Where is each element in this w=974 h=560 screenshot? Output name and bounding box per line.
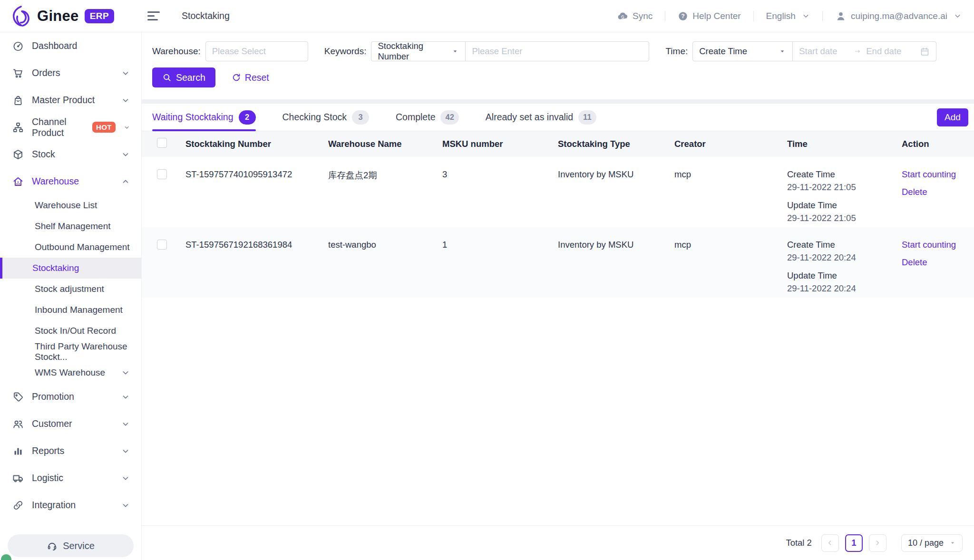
- sidebar-item-channel-product[interactable]: Channel Product HOT: [0, 114, 141, 141]
- sidebar-item-stock-in-out-record[interactable]: Stock In/Out Record: [0, 320, 141, 341]
- delete-link[interactable]: Delete: [902, 187, 927, 197]
- divider: [753, 11, 754, 21]
- users-icon: [12, 418, 24, 430]
- end-date-input[interactable]: [866, 46, 909, 57]
- delete-link[interactable]: Delete: [902, 257, 927, 268]
- cell-creator: mcp: [674, 169, 787, 180]
- cell-stocktaking-type: Inventory by MSKU: [558, 169, 674, 180]
- caret-down-icon: [949, 540, 956, 546]
- sidebar-item-promotion[interactable]: Promotion: [0, 383, 141, 410]
- sidebar-item-outbound-management[interactable]: Outbound Management: [0, 237, 141, 258]
- user-menu[interactable]: cuiping.ma@advance.ai: [835, 10, 962, 22]
- sidebar-item-logistic[interactable]: Logistic: [0, 464, 141, 492]
- chevron-down-icon: [121, 368, 130, 377]
- page-1-button[interactable]: 1: [845, 534, 863, 552]
- tab-waiting-stocktaking[interactable]: Waiting Stocktaking 2: [152, 104, 256, 131]
- range-arrow-icon: [853, 48, 862, 55]
- select-all-checkbox[interactable]: [157, 138, 167, 148]
- table-header: Stocktaking Number Warehouse Name MSKU n…: [142, 131, 974, 157]
- sidebar-item-label: Master Product: [32, 95, 95, 106]
- erp-badge: ERP: [85, 9, 115, 23]
- sidebar-item-customer[interactable]: Customer: [0, 410, 141, 437]
- tab-complete[interactable]: Complete 42: [396, 104, 459, 131]
- pagination-total: Total 2: [786, 538, 812, 548]
- sidebar-item-dashboard[interactable]: Dashboard: [0, 32, 141, 59]
- section-divider: [142, 99, 974, 104]
- cell-stocktaking-number: ST-1597577401095913472: [185, 169, 328, 180]
- next-page-button[interactable]: [869, 534, 886, 552]
- start-date-input[interactable]: [799, 46, 849, 57]
- submenu-label: WMS Warehouse: [35, 367, 105, 378]
- col-warehouse-name: Warehouse Name: [328, 139, 442, 149]
- tab-checking-stock[interactable]: Checking Stock 3: [282, 104, 369, 131]
- sidebar-item-shelf-management[interactable]: Shelf Management: [0, 216, 141, 237]
- headset-icon: [47, 541, 58, 551]
- language-selector[interactable]: English: [766, 11, 810, 21]
- warehouse-filter-label: Warehouse:: [152, 46, 201, 57]
- chevron-right-icon: [874, 539, 881, 547]
- start-counting-link[interactable]: Start counting: [902, 240, 956, 250]
- search-button[interactable]: Search: [152, 68, 215, 87]
- time-type-select[interactable]: Create Time: [693, 42, 792, 61]
- create-time-label: Create Time: [787, 240, 902, 250]
- submenu-label: Outbound Management: [35, 242, 130, 252]
- sidebar-item-third-party-warehouse-stocktaking[interactable]: Third Party Warehouse Stockt...: [0, 341, 141, 362]
- submenu-label: Warehouse List: [35, 200, 97, 211]
- add-button[interactable]: Add: [937, 108, 968, 126]
- cell-stocktaking-number: ST-1597567192168361984: [185, 240, 328, 250]
- divider: [665, 11, 665, 21]
- sidebar-collapse-icon[interactable]: [147, 11, 160, 20]
- sidebar-item-inbound-management[interactable]: Inbound Management: [0, 299, 141, 320]
- time-compound-input: Create Time: [692, 41, 936, 61]
- table-row: ST-1597577401095913472 库存盘点2期 3 Inventor…: [142, 157, 974, 227]
- tab-already-set-as-invalid[interactable]: Already set as invalid 11: [486, 104, 596, 131]
- submenu-label: Inbound Management: [35, 305, 123, 315]
- chevron-down-icon: [121, 69, 130, 77]
- sidebar-item-label: Channel Product: [32, 116, 83, 138]
- sidebar-item-orders[interactable]: Orders: [0, 59, 141, 87]
- topbar-actions: Sync Help Center English cuiping.ma@adva…: [617, 10, 974, 22]
- page-size-select[interactable]: 10 / page: [901, 534, 963, 552]
- chevron-down-icon: [121, 447, 130, 455]
- keywords-input[interactable]: [472, 46, 587, 57]
- chevron-down-icon: [121, 96, 130, 105]
- warehouse-select-input[interactable]: [212, 46, 302, 57]
- row-checkbox[interactable]: [157, 169, 167, 179]
- sidebar-item-stock-adjustment[interactable]: Stock adjustment: [0, 279, 141, 299]
- cell-time: Create Time 29-11-2022 21:05 Update Time…: [787, 169, 902, 223]
- date-range-picker[interactable]: [792, 42, 936, 61]
- cart-icon: [12, 68, 24, 79]
- cell-action: Start counting Delete: [902, 240, 974, 268]
- update-time-label: Update Time: [787, 200, 902, 211]
- sidebar-item-stocktaking[interactable]: Stocktaking: [0, 258, 141, 279]
- col-time: Time: [787, 139, 902, 149]
- brand: Ginee ERP: [0, 5, 142, 27]
- col-msku-number: MSKU number: [442, 139, 558, 149]
- prev-page-button[interactable]: [821, 534, 839, 552]
- start-counting-link[interactable]: Start counting: [902, 169, 956, 180]
- sidebar-item-warehouse-list[interactable]: Warehouse List: [0, 195, 141, 216]
- app-window: Ginee ERP Stocktaking Sync Help Center E…: [0, 0, 974, 560]
- link-icon: [12, 500, 24, 511]
- create-time-value: 29-11-2022 20:24: [787, 252, 902, 263]
- keywords-type-value: Stocktaking Number: [378, 41, 447, 62]
- reset-button[interactable]: Reset: [232, 72, 269, 83]
- sidebar-item-stock[interactable]: Stock: [0, 141, 141, 168]
- sidebar-item-warehouse[interactable]: Warehouse: [0, 168, 141, 195]
- sidebar-item-wms-warehouse[interactable]: WMS Warehouse: [0, 362, 141, 383]
- keywords-type-select[interactable]: Stocktaking Number: [371, 42, 465, 61]
- calendar-icon: [920, 47, 930, 57]
- service-button[interactable]: Service: [8, 534, 134, 557]
- help-center-button[interactable]: Help Center: [678, 11, 740, 21]
- tab-count-badge: 11: [578, 110, 596, 125]
- sidebar-item-integration[interactable]: Integration: [0, 492, 141, 519]
- sync-button[interactable]: Sync: [617, 10, 653, 22]
- sitemap-icon: [12, 122, 24, 133]
- chevron-down-icon: [954, 12, 962, 20]
- sidebar-item-master-product[interactable]: Master Product: [0, 87, 141, 114]
- keywords-compound-input: Stocktaking Number: [371, 41, 649, 61]
- row-checkbox[interactable]: [157, 240, 167, 250]
- sidebar-item-reports[interactable]: Reports: [0, 437, 141, 464]
- warehouse-select[interactable]: [205, 41, 308, 61]
- cell-msku-number: 1: [442, 240, 558, 250]
